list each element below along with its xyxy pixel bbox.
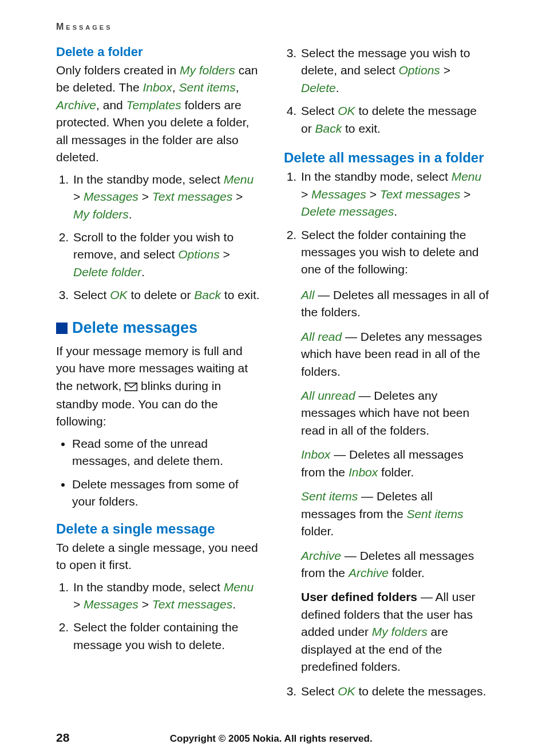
delete-single-steps-cont: Select the message you wish to delete, a… <box>284 45 490 137</box>
heading-delete-folder: Delete a folder <box>56 45 262 59</box>
text: > <box>440 63 450 77</box>
option-all-read: All read — Deletes any messages which ha… <box>301 328 490 380</box>
delete-folder-intro: Only folders created in My folders can b… <box>56 62 262 166</box>
heading-text: Delete messages <box>72 319 197 337</box>
option-all: All — Deletes all messages in all of the… <box>301 287 490 321</box>
option-sent-items: Sent items — Deletes all messages from t… <box>301 488 490 540</box>
list-item: In the standby mode, select Menu > Messa… <box>72 171 262 223</box>
text: In the standby mode, select <box>73 173 224 186</box>
text: to delete the messages. <box>355 685 486 698</box>
text: > <box>139 598 152 611</box>
term-sent-items: Sent items <box>301 490 358 503</box>
page: Messages Delete a folder Only folders cr… <box>0 0 546 756</box>
heading-delete-all: Delete all messages in a folder <box>284 150 490 166</box>
text: . <box>129 208 132 221</box>
text: to exit. <box>342 122 381 135</box>
text: > <box>73 190 84 203</box>
term-inbox: Inbox <box>301 448 330 461</box>
text: > <box>220 248 230 261</box>
right-column: Select the message you wish to delete, a… <box>284 40 490 719</box>
text: > <box>301 188 311 201</box>
term-sent-items: Sent items <box>179 81 235 94</box>
option-archive: Archive — Deletes all messages from the … <box>301 547 490 582</box>
term-delete-folder: Delete folder <box>73 265 141 278</box>
text: > <box>366 188 380 201</box>
term-menu: Menu <box>452 170 482 183</box>
text: , and <box>96 98 126 112</box>
text: Select <box>301 685 338 698</box>
text: . <box>141 265 145 278</box>
text: > <box>139 190 152 203</box>
term-ok: OK <box>338 104 355 117</box>
term-text-messages: Text messages <box>152 190 232 203</box>
term-menu: Menu <box>224 580 254 594</box>
heading-delete-messages: Delete messages <box>56 319 262 337</box>
term-my-folders: My folders <box>372 625 428 638</box>
term-all: All <box>301 288 314 301</box>
text: folder. <box>378 465 414 479</box>
term-archive: Archive <box>301 549 341 562</box>
text: Only folders created in <box>56 63 180 77</box>
text: to exit. <box>221 288 260 301</box>
list-item: Select OK to delete the message or Back … <box>300 102 490 137</box>
text: In the standby mode, select <box>301 170 452 183</box>
delete-single-intro: To delete a single message, you need to … <box>56 539 262 574</box>
list-item: Select OK to delete the messages. <box>300 683 490 700</box>
text: In the standby mode, select <box>73 580 224 594</box>
text: Select <box>301 104 338 117</box>
term-all-unread: All unread <box>301 389 355 402</box>
running-header: Messages <box>56 22 490 32</box>
text: > <box>232 190 243 203</box>
text: — Deletes all messages in all of the fol… <box>301 288 489 319</box>
copyright-text: Copyright © 2005 Nokia. All rights reser… <box>69 733 473 745</box>
text: . <box>394 205 397 218</box>
page-footer: 28 Copyright © 2005 Nokia. All rights re… <box>56 731 490 745</box>
list-item: Select OK to delete or Back to exit. <box>72 287 262 304</box>
text: . <box>232 598 236 611</box>
term-archive: Archive <box>56 98 96 112</box>
term-ok: OK <box>110 288 127 301</box>
term-inbox: Inbox <box>349 465 378 479</box>
term-messages: Messages <box>311 188 366 201</box>
text: > <box>73 598 84 611</box>
delete-single-steps: In the standby mode, select Menu > Messa… <box>56 579 262 654</box>
text: folder. <box>389 566 425 579</box>
term-all-read: All read <box>301 330 342 343</box>
term-back: Back <box>315 122 342 135</box>
term-messages: Messages <box>84 598 139 611</box>
term-archive: Archive <box>349 566 389 579</box>
delete-all-steps: In the standby mode, select Menu > Messa… <box>284 168 490 700</box>
heading-delete-single: Delete a single message <box>56 521 262 537</box>
left-column: Delete a folder Only folders created in … <box>56 40 262 719</box>
term-delete: Delete <box>301 81 336 94</box>
delete-folder-steps: In the standby mode, select Menu > Messa… <box>56 171 262 304</box>
term-templates: Templates <box>126 98 181 112</box>
term-messages: Messages <box>84 190 139 203</box>
delete-messages-bullets: Read some of the unread messages, and de… <box>56 435 262 511</box>
term-ok: OK <box>338 685 355 698</box>
option-user-defined: User defined folders — All user defined … <box>301 588 490 675</box>
list-item: In the standby mode, select Menu > Messa… <box>72 579 262 614</box>
term-my-folders: My folders <box>73 208 129 221</box>
list-item: Scroll to the folder you wish to remove,… <box>72 229 262 281</box>
list-item: Delete messages from some of your folder… <box>72 476 262 511</box>
term-back: Back <box>194 288 221 301</box>
term-text-messages: Text messages <box>152 598 232 611</box>
content-columns: Delete a folder Only folders created in … <box>56 40 490 719</box>
text: Select the folder containing the message… <box>301 228 479 276</box>
term-delete-messages: Delete messages <box>301 205 394 218</box>
term-options: Options <box>398 63 440 77</box>
delete-messages-intro: If your message memory is full and you h… <box>56 343 262 431</box>
text: > <box>460 188 470 201</box>
option-all-unread: All unread — Deletes any messages which … <box>301 387 490 439</box>
text: Select <box>73 288 110 301</box>
envelope-icon <box>125 379 137 396</box>
page-number: 28 <box>56 731 69 745</box>
term-menu: Menu <box>224 173 254 186</box>
list-item: Select the folder containing the message… <box>72 619 262 654</box>
text: to delete or <box>128 288 195 301</box>
term-options: Options <box>178 248 219 261</box>
term-my-folders: My folders <box>180 63 235 77</box>
list-item: Read some of the unread messages, and de… <box>72 435 262 470</box>
text: folder. <box>301 524 334 538</box>
